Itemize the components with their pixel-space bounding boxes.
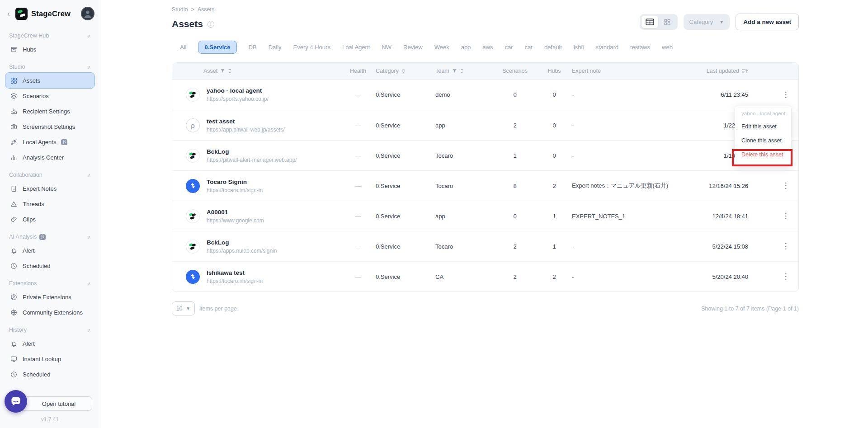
- asset-name: Ishikawa test: [207, 269, 263, 276]
- hubs-count: 0: [537, 91, 572, 98]
- hubs-count: 0: [537, 152, 572, 159]
- sidebar-item-history-scheduled[interactable]: Scheduled: [5, 367, 94, 382]
- asset-name: test asset: [207, 118, 285, 125]
- row-actions-kebab-icon[interactable]: ⋮: [773, 93, 798, 97]
- section-history[interactable]: History ∧: [9, 327, 91, 333]
- tab-week[interactable]: Week: [434, 44, 449, 51]
- section-stagecrew-hub[interactable]: StageCrew Hub ∧: [9, 33, 91, 39]
- column-header-scenarios[interactable]: Scenarios: [493, 68, 537, 74]
- grid-view-button[interactable]: [659, 16, 676, 28]
- column-header-expert-note[interactable]: Expert note: [572, 68, 705, 74]
- sidebar-item-history-alert[interactable]: Alert: [5, 336, 94, 351]
- breadcrumb-studio[interactable]: Studio: [172, 6, 188, 13]
- column-header-category[interactable]: Category: [376, 68, 435, 74]
- box-icon: [10, 46, 18, 53]
- asset-url: https://tocaro.im/sign-in: [207, 278, 263, 284]
- tab-all[interactable]: All: [180, 44, 186, 51]
- table-row: BckLog https://apps.nulab.com/signin — 0…: [172, 231, 798, 261]
- sidebar-item-ai-alert[interactable]: Alert: [5, 243, 94, 258]
- column-header-team[interactable]: Team: [435, 68, 493, 74]
- delete-asset-menu-item[interactable]: Delete this asset: [735, 148, 791, 162]
- row-actions-kebab-icon[interactable]: ⋮: [773, 244, 798, 248]
- sidebar-item-expert-notes[interactable]: Expert Notes: [5, 181, 94, 196]
- sidebar-item-instant-lookup[interactable]: Instant Lookup: [5, 351, 94, 367]
- sidebar-item-label: Local Agents: [23, 139, 56, 146]
- section-extensions[interactable]: Extensions ∧: [9, 280, 91, 287]
- tab-db[interactable]: DB: [249, 44, 257, 51]
- section-ai-analysis[interactable]: AI Analysis β ∧: [9, 234, 91, 240]
- sidebar-item-clips[interactable]: Clips: [5, 212, 94, 227]
- asset-name: BckLog: [207, 148, 297, 155]
- sidebar-item-scenarios[interactable]: Scenarios: [5, 88, 94, 103]
- page-size-select[interactable]: 10 ▼: [172, 301, 195, 315]
- row-actions-kebab-icon[interactable]: ⋮: [773, 274, 798, 278]
- sidebar-item-threads[interactable]: Threads: [5, 196, 94, 212]
- sidebar-item-hubs[interactable]: Hubs: [5, 42, 94, 57]
- asset-url: https://www.google.com: [207, 217, 264, 224]
- tab-daily[interactable]: Daily: [269, 44, 282, 51]
- row-actions-kebab-icon[interactable]: ⋮: [773, 214, 798, 218]
- breadcrumb-assets[interactable]: Assets: [198, 6, 215, 13]
- clock-icon: [10, 262, 18, 270]
- tab-testaws[interactable]: testaws: [630, 44, 650, 51]
- info-icon[interactable]: i: [208, 21, 214, 28]
- sidebar-item-local-agents[interactable]: Local Agents β: [5, 134, 94, 150]
- tab-web[interactable]: web: [662, 44, 673, 51]
- sidebar-item-community-extensions[interactable]: Community Extensions: [5, 305, 94, 320]
- tab-cat[interactable]: cat: [525, 44, 533, 51]
- chat-bubble-icon[interactable]: [5, 390, 27, 413]
- add-new-asset-button[interactable]: Add a new asset: [736, 14, 799, 30]
- tab-default[interactable]: default: [544, 44, 562, 51]
- sidebar-item-private-extensions[interactable]: Private Extensions: [5, 289, 94, 305]
- tab-review[interactable]: Review: [403, 44, 423, 51]
- tab-standard[interactable]: standard: [595, 44, 618, 51]
- sidebar-item-label: Screenshot Settings: [23, 123, 75, 130]
- sidebar-item-label: Expert Notes: [23, 185, 57, 192]
- tab-car[interactable]: car: [505, 44, 513, 51]
- table-view-button[interactable]: [642, 16, 658, 28]
- sidebar-item-screenshot-settings[interactable]: Screenshot Settings: [5, 119, 94, 134]
- last-updated: 12/16/24 15:26: [705, 183, 773, 189]
- section-collaboration[interactable]: Collaboration ∧: [9, 172, 91, 178]
- health-value: —: [340, 152, 376, 159]
- sidebar-item-ai-scheduled[interactable]: Scheduled: [5, 258, 94, 273]
- camera-icon: [10, 123, 18, 131]
- row-actions-kebab-icon[interactable]: ⋮: [773, 183, 798, 188]
- sort-amount-icon: [742, 69, 748, 74]
- sidebar-item-label: Recipient Settings: [23, 108, 70, 115]
- tab-0service[interactable]: 0.Service: [198, 41, 236, 54]
- sidebar-item-recipient-settings[interactable]: Recipient Settings: [5, 103, 94, 119]
- collapse-sidebar-icon[interactable]: ‹: [5, 9, 12, 18]
- column-header-health[interactable]: Health: [340, 68, 376, 74]
- scenarios-count: 1: [493, 152, 537, 159]
- tocaro-favicon: [186, 270, 200, 284]
- tab-loal-agent[interactable]: Loal Agent: [342, 44, 370, 51]
- asset-url: https://app.pitwall-web.jp/assets/: [207, 127, 285, 133]
- asset-url: https://tocaro.im/sign-in: [207, 187, 263, 193]
- tab-nw[interactable]: NW: [382, 44, 392, 51]
- scenarios-count: 2: [493, 243, 537, 250]
- tab-app[interactable]: app: [461, 44, 471, 51]
- table-row: yahoo - local agent https://sports.yahoo…: [172, 80, 798, 110]
- tab-ishii[interactable]: ishii: [574, 44, 584, 51]
- table-header: Asset Health Category Team Scenar: [172, 63, 798, 80]
- clone-asset-menu-item[interactable]: Clone this asset: [735, 134, 791, 148]
- column-header-asset[interactable]: Asset: [172, 68, 340, 74]
- category-filter-dropdown[interactable]: Category ▼: [684, 14, 730, 30]
- chevron-up-icon: ∧: [88, 173, 91, 178]
- chevron-up-icon: ∧: [88, 328, 91, 333]
- hubs-count: 1: [537, 213, 572, 220]
- sidebar-item-analysis-center[interactable]: Analysis Center: [5, 150, 94, 165]
- tab-every-4-hours[interactable]: Every 4 Hours: [293, 44, 330, 51]
- column-header-hubs[interactable]: Hubs: [537, 68, 572, 74]
- section-studio[interactable]: Studio ∧: [9, 64, 91, 70]
- tab-aws[interactable]: aws: [482, 44, 493, 51]
- tocaro-favicon: [186, 179, 200, 193]
- scenarios-count: 2: [493, 122, 537, 129]
- team-value: Tocaro: [435, 243, 493, 250]
- edit-asset-menu-item[interactable]: Edit this asset: [735, 120, 791, 134]
- column-header-last-updated[interactable]: Last updated: [705, 68, 773, 74]
- brand-name: StageCrew: [31, 9, 77, 18]
- user-avatar[interactable]: [81, 7, 94, 20]
- sidebar-item-assets[interactable]: Assets: [5, 73, 94, 88]
